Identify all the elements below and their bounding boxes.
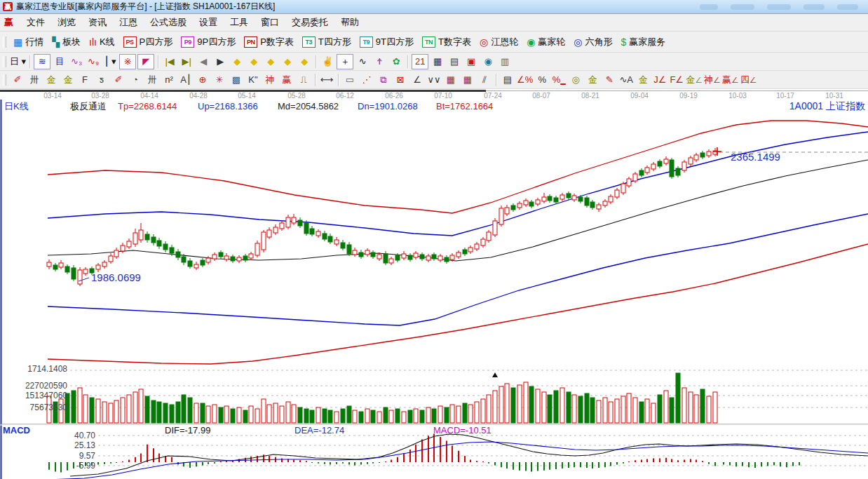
menu-item-4[interactable]: 公式选股: [144, 15, 193, 29]
toolbar3-button-19[interactable]: ⟷: [319, 73, 334, 87]
toolbar3-button-35[interactable]: ◎: [568, 73, 583, 87]
toolbar2-button-22[interactable]: ∿: [355, 55, 370, 69]
toolbar1-button-2[interactable]: ılıK线: [85, 34, 119, 50]
toolbar3-button-36[interactable]: 金: [585, 73, 600, 87]
toolbar2-button-4[interactable]: ∿₃: [69, 55, 84, 69]
toolbar3-button-7[interactable]: ◔: [128, 73, 143, 87]
toolbar3-button-26[interactable]: ∨∨: [426, 73, 442, 87]
toolbar3-button-43[interactable]: 神∠: [704, 73, 721, 87]
toolbar3-button-1[interactable]: 卅: [27, 73, 42, 87]
toolbar3-button-45[interactable]: 四∠: [740, 73, 757, 87]
volume-bar: [341, 409, 345, 423]
toolbar2-button-12[interactable]: ◀: [196, 55, 211, 69]
toolbar3-button-39[interactable]: 金: [635, 73, 651, 87]
toolbar3-button-41[interactable]: F∠: [669, 73, 684, 87]
menu-item-9[interactable]: 帮助: [334, 15, 365, 29]
menu-item-8[interactable]: 交易委托: [285, 15, 334, 29]
toolbar3-button-22[interactable]: ⋰: [359, 73, 374, 87]
toolbar2-button-5[interactable]: ∿₉: [86, 55, 101, 69]
toolbar2-button-11[interactable]: ▶|: [179, 55, 194, 69]
toolbar3-button-27[interactable]: ▦: [443, 73, 459, 87]
toolbar3-button-38[interactable]: ∿A: [618, 73, 634, 87]
toolbar2-button-7[interactable]: ※: [119, 54, 136, 69]
toolbar1-button-12[interactable]: $赢家服务: [617, 34, 670, 50]
toolbar1-button-5[interactable]: PNP数字表: [240, 34, 298, 50]
toolbar3-button-33[interactable]: %: [534, 73, 550, 87]
toolbar2-button-14[interactable]: ◆: [229, 55, 245, 69]
toolbar2-button-2[interactable]: ≋: [34, 54, 50, 69]
toolbar2-button-31[interactable]: ▥: [497, 55, 513, 69]
toolbar2-button-21[interactable]: ＋: [337, 54, 353, 69]
toolbar3-button-17[interactable]: ⎍: [296, 73, 311, 87]
toolbar3-button-5[interactable]: ƽ: [94, 73, 109, 87]
menu-item-5[interactable]: 设置: [193, 15, 224, 29]
toolbar2-button-15[interactable]: ◆: [246, 55, 262, 69]
toolbar3-button-10[interactable]: A⎮: [178, 73, 194, 87]
toolbar3-button-9[interactable]: n²: [161, 73, 177, 87]
toolbar2-button-6[interactable]: ⎮ ▾: [102, 55, 118, 69]
volume-bar: [603, 398, 607, 423]
toolbar2-button-28[interactable]: ▤: [447, 55, 462, 69]
toolbar2-button-30[interactable]: ◉: [480, 55, 496, 69]
toolbar3-button-44[interactable]: 赢∠: [722, 73, 739, 87]
toolbar3-button-32[interactable]: ∠%: [517, 73, 533, 87]
toolbar3-button-42[interactable]: 金∠: [686, 73, 703, 87]
toolbar3-button-4[interactable]: F: [77, 73, 93, 87]
toolbar3-button-11[interactable]: ⊕: [195, 73, 210, 87]
menu-item-6[interactable]: 工具: [224, 15, 255, 29]
toolbar2-button-26[interactable]: 21: [412, 54, 428, 69]
toolbar2-button-23[interactable]: Ϯ: [372, 55, 387, 69]
toolbar3-button-0[interactable]: ✐: [10, 73, 25, 87]
toolbar2-button-16[interactable]: ◆: [263, 55, 278, 69]
toolbar3-button-34[interactable]: %‗: [551, 73, 567, 87]
toolbar1-button-10[interactable]: ◉赢家轮: [522, 34, 569, 50]
toolbar1-button-8[interactable]: TNT数字表: [418, 34, 475, 50]
kline-chart[interactable]: 2365.14991986.0699日K线极反通道Tp=2268.6144Up=…: [0, 100, 868, 479]
toolbar2-button-17[interactable]: ◆: [280, 55, 295, 69]
toolbar3-button-6[interactable]: ✐: [111, 73, 126, 87]
toolbar3-button-14[interactable]: K": [245, 73, 261, 87]
toolbar3-button-29[interactable]: ⫽: [477, 73, 492, 87]
toolbar3-button-13[interactable]: ▩: [229, 73, 244, 87]
toolbar3-button-23[interactable]: ⧉: [376, 73, 391, 87]
toolbar2-button-0[interactable]: 日 ▾: [10, 55, 26, 69]
toolbar2-button-10[interactable]: |◀: [162, 55, 177, 69]
toolbar3-button-21[interactable]: ▭: [342, 73, 358, 87]
menu-item-3[interactable]: 江恩: [113, 15, 144, 29]
toolbar2-button-13[interactable]: ▶: [212, 55, 228, 69]
toolbar3-button-37[interactable]: ✎: [602, 73, 617, 87]
menu-item-7[interactable]: 窗口: [255, 15, 285, 29]
candle-body: [402, 254, 406, 258]
toolbar1-button-1[interactable]: ▚板块: [48, 34, 85, 50]
toolbar2-button-24[interactable]: ✿: [388, 55, 404, 69]
toolbar2-button-27[interactable]: ▦: [430, 55, 445, 69]
toolbar3-button-3[interactable]: 金: [60, 73, 76, 87]
toolbar1-button-4[interactable]: P99P四方形: [177, 34, 240, 50]
toolbar3-button-15[interactable]: 神: [262, 73, 278, 87]
toolbar1-button-3[interactable]: PSP四方形: [119, 34, 177, 50]
toolbar3-button-8[interactable]: 卅: [144, 73, 160, 87]
toolbar3-button-31[interactable]: ▤: [500, 73, 515, 87]
chart-area[interactable]: 2365.14991986.0699日K线极反通道Tp=2268.6144Up=…: [0, 100, 868, 479]
toolbar2-button-3[interactable]: 目: [52, 55, 67, 69]
volume-bar: [170, 405, 174, 423]
toolbar3-button-12[interactable]: ✳: [212, 73, 227, 87]
toolbar1-button-7[interactable]: T99T四方形: [355, 34, 418, 50]
menu-item-0[interactable]: 文件: [20, 15, 51, 29]
toolbar1-button-0[interactable]: ▦行情: [9, 34, 48, 50]
toolbar2-button-29[interactable]: ▣: [463, 55, 479, 69]
toolbar3-button-40[interactable]: J∠: [652, 73, 667, 87]
toolbar1-button-11[interactable]: ◎六角形: [569, 34, 616, 50]
toolbar2-button-8[interactable]: ◤: [137, 54, 154, 69]
menu-item-1[interactable]: 浏览: [51, 15, 82, 29]
toolbar3-button-24[interactable]: ⊠: [393, 73, 408, 87]
toolbar3-button-16[interactable]: 赢: [279, 73, 294, 87]
toolbar1-button-9[interactable]: ◎江恩轮: [475, 34, 522, 50]
toolbar3-button-25[interactable]: ∠: [409, 73, 425, 87]
toolbar1-button-6[interactable]: T3T四方形: [298, 34, 355, 50]
toolbar2-button-20[interactable]: ✌: [320, 55, 335, 69]
toolbar3-button-28[interactable]: ▦: [460, 73, 475, 87]
toolbar2-button-18[interactable]: ◆: [297, 55, 312, 69]
menu-item-2[interactable]: 资讯: [82, 15, 113, 29]
toolbar3-button-2[interactable]: 金: [43, 73, 59, 87]
